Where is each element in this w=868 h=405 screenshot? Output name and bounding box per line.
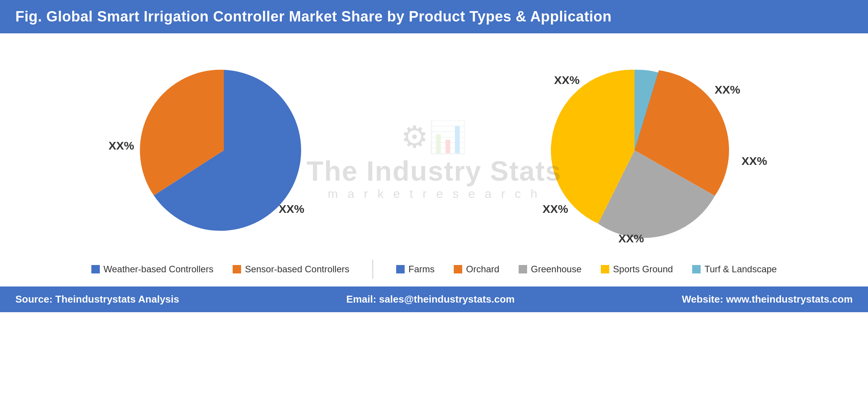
footer-source: Source: Theindustrystats Analysis <box>15 293 179 305</box>
right-mr-label: XX% <box>742 155 767 168</box>
legend-label-farms: Farms <box>408 264 435 275</box>
legend-color-orchard <box>454 265 462 273</box>
legend-color-sensor <box>233 265 241 273</box>
legend-label-sensor: Sensor-based Controllers <box>245 264 349 275</box>
footer-bar: Source: Theindustrystats Analysis Email:… <box>0 286 868 312</box>
legend-row: Weather-based Controllers Sensor-based C… <box>23 260 845 279</box>
legend-label-orchard: Orchard <box>466 264 499 275</box>
right-ml-label: XX% <box>542 202 568 216</box>
legend-label-greenhouse: Greenhouse <box>531 264 582 275</box>
legend-label-sportsground: Sports Ground <box>613 264 673 275</box>
right-tr-label: XX% <box>715 83 741 96</box>
legend-item-sportsground: Sports Ground <box>601 264 673 275</box>
footer-website: Website: www.theindustrystats.com <box>682 293 853 305</box>
footer-website-label: Website: <box>682 293 723 305</box>
legend-color-weather <box>91 265 100 273</box>
footer-email: Email: sales@theindustrystats.com <box>346 293 515 305</box>
legend-item-greenhouse: Greenhouse <box>519 264 582 275</box>
legend-color-farms <box>396 265 405 273</box>
main-content: ⚙📊 The Industry Stats m a r k e t r e s … <box>0 33 868 286</box>
page-title: Fig. Global Smart Irrigation Controller … <box>15 8 612 25</box>
right-legend: Farms Orchard Greenhouse Sports Ground T… <box>396 264 777 275</box>
legend-divider <box>372 260 373 279</box>
legend-color-sportsground <box>601 265 609 273</box>
left-orange-label: XX% <box>109 139 134 152</box>
legend-label-turf: Turf & Landscape <box>704 264 777 275</box>
footer-email-label: Email: <box>346 293 376 305</box>
charts-row: XX% XX% <box>23 49 845 252</box>
right-tl-label: XX% <box>554 74 580 87</box>
footer-source-label: Source: <box>15 293 53 305</box>
footer-website-value: www.theindustrystats.com <box>726 293 853 305</box>
right-mb-label: XX% <box>618 232 644 245</box>
legend-color-greenhouse <box>519 265 527 273</box>
right-pie-chart-container: XX% XX% XX% XX% XX% <box>533 49 736 252</box>
legend-label-weather: Weather-based Controllers <box>104 264 213 275</box>
left-legend: Weather-based Controllers Sensor-based C… <box>91 264 350 275</box>
legend-item-sensor: Sensor-based Controllers <box>233 264 349 275</box>
left-pie-chart-container: XX% XX% <box>132 58 316 242</box>
left-blue-label: XX% <box>279 202 304 216</box>
legend-item-turf: Turf & Landscape <box>692 264 777 275</box>
legend-color-turf <box>692 265 701 273</box>
footer-email-value: sales@theindustrystats.com <box>379 293 514 305</box>
legend-item-weather: Weather-based Controllers <box>91 264 213 275</box>
legend-item-farms: Farms <box>396 264 435 275</box>
footer-source-value: Theindustrystats Analysis <box>55 293 179 305</box>
header-bar: Fig. Global Smart Irrigation Controller … <box>0 0 868 33</box>
legend-item-orchard: Orchard <box>454 264 499 275</box>
